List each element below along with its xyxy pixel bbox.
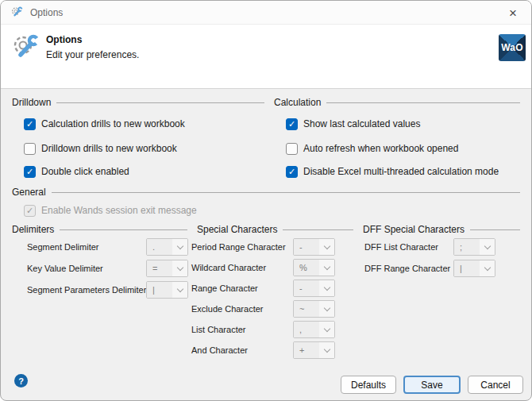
- field-row: Segment Parameters Delimiter |: [27, 281, 194, 299]
- field-row: Exclude Character ~: [191, 300, 338, 318]
- dff-range-character-select: |: [453, 260, 495, 277]
- segment-parameters-delimiter-select: |: [146, 281, 188, 299]
- gear-wrench-icon: [10, 6, 24, 19]
- combo-value: ~: [294, 301, 319, 317]
- chevron-down-icon: [319, 322, 334, 337]
- wildcard-character-select: %: [293, 259, 335, 276]
- divider: [56, 102, 264, 103]
- window-title: Options: [30, 7, 63, 18]
- checkbox[interactable]: [24, 118, 36, 130]
- special-characters-column: Period Range Character - Wildcard Charac…: [191, 238, 338, 362]
- checkbox-show-last-values: Show last calculated values: [286, 118, 420, 130]
- page-subtitle: Edit your preferences.: [46, 49, 139, 60]
- exclude-character-select: ~: [293, 300, 335, 318]
- dff-special-characters-column: DFF List Character ; DFF Range Character…: [364, 238, 498, 281]
- defaults-button[interactable]: Defaults: [341, 376, 396, 394]
- checkbox[interactable]: [286, 143, 298, 155]
- close-button[interactable]: ×: [495, 1, 531, 25]
- divider: [52, 192, 520, 193]
- checkbox-label: Calculation drills to new workbook: [41, 118, 185, 129]
- field-row: Period Range Character -: [191, 238, 338, 256]
- field-label: Exclude Character: [191, 304, 264, 314]
- checkbox-label: Double click enabled: [41, 166, 129, 177]
- group-label: Calculation: [274, 97, 321, 108]
- cancel-button[interactable]: Cancel: [468, 376, 523, 394]
- group-delimiters-header: Delimiters: [12, 224, 187, 235]
- checkbox-label: Drilldown drills to new workbook: [41, 143, 177, 154]
- divider: [326, 102, 520, 103]
- group-row-general: General: [12, 187, 520, 198]
- checkbox-disable-multithread: Disable Excel multi-threaded calculation…: [286, 165, 499, 178]
- checkbox-double-click: Double click enabled: [24, 165, 129, 178]
- help-button[interactable]: ?: [14, 374, 28, 388]
- divider: [60, 229, 187, 230]
- field-row: List Character ,: [191, 321, 338, 338]
- chevron-down-icon: [319, 260, 334, 276]
- question-mark-icon: ?: [18, 376, 24, 386]
- delimiters-column: Segment Delimiter . Key Value Delimiter …: [27, 238, 194, 303]
- checkbox[interactable]: [286, 118, 298, 130]
- field-row: DFF List Character ;: [364, 238, 498, 256]
- checkbox-label: Enable Wands session exit message: [41, 205, 197, 216]
- options-dialog: Options × Options Edit your preferences.…: [0, 0, 532, 401]
- field-label: Period Range Character: [191, 242, 286, 252]
- chevron-down-icon: [319, 280, 334, 296]
- checkbox[interactable]: [286, 166, 298, 178]
- field-label: DFF List Character: [364, 242, 438, 252]
- group-label: Special Characters: [197, 224, 277, 235]
- group-row-bottom: Delimiters Special Characters DFF Specia…: [12, 224, 520, 235]
- group-calculation-header: Calculation: [274, 97, 520, 108]
- combo-value: +: [294, 342, 319, 358]
- checkbox-label: Show last calculated values: [303, 118, 420, 129]
- combo-value: |: [454, 260, 480, 276]
- field-row: Key Value Delimiter =: [27, 260, 194, 277]
- dff-list-character-select: ;: [453, 238, 495, 256]
- close-icon: ×: [509, 6, 517, 20]
- list-character-select: ,: [293, 321, 335, 338]
- field-row: Range Character -: [191, 280, 338, 297]
- range-character-select: -: [293, 280, 335, 297]
- checkbox-label: Auto refresh when workbook opened: [303, 143, 458, 154]
- checkbox-session-exit-message: Enable Wands session exit message: [24, 204, 197, 217]
- divider: [283, 229, 353, 230]
- combo-value: ,: [294, 322, 319, 337]
- chevron-down-icon: [319, 239, 334, 255]
- field-row: Segment Delimiter .: [27, 238, 194, 256]
- checkbox-calculation-drills: Calculation drills to new workbook: [24, 118, 185, 130]
- wands-logo: WaO: [499, 34, 526, 61]
- group-label: DFF Special Characters: [363, 224, 465, 235]
- checkbox[interactable]: [24, 166, 36, 178]
- field-label: Range Character: [191, 283, 258, 293]
- and-character-select: +: [293, 341, 335, 359]
- divider: [470, 229, 520, 230]
- field-label: List Character: [191, 325, 245, 334]
- header: Options Edit your preferences. WaO: [1, 25, 531, 89]
- group-drilldown-header: Drilldown: [12, 97, 264, 108]
- checkbox: [24, 205, 36, 217]
- titlebar[interactable]: Options ×: [1, 1, 531, 25]
- checkbox-auto-refresh: Auto refresh when workbook opened: [286, 142, 458, 155]
- combo-value: .: [147, 239, 172, 255]
- chevron-down-icon: [172, 282, 187, 298]
- group-general-header: General: [12, 187, 520, 198]
- group-special-characters-header: Special Characters: [197, 224, 353, 235]
- chevron-down-icon: [319, 301, 334, 317]
- combo-value: -: [294, 280, 319, 296]
- field-row: And Character +: [191, 341, 338, 359]
- save-button[interactable]: Save: [403, 376, 461, 394]
- group-dff-special-characters-header: DFF Special Characters: [363, 224, 520, 235]
- combo-value: %: [294, 260, 319, 276]
- combo-value: =: [147, 260, 172, 276]
- checkbox[interactable]: [24, 143, 36, 155]
- page-title: Options: [46, 34, 82, 45]
- combo-value: -: [294, 239, 319, 255]
- field-label: Segment Delimiter: [27, 242, 98, 252]
- logo-text: WaO: [501, 42, 523, 53]
- chevron-down-icon: [319, 342, 334, 358]
- chevron-down-icon: [480, 260, 495, 276]
- segment-delimiter-select: .: [146, 238, 188, 256]
- group-label: Drilldown: [12, 97, 51, 108]
- period-range-character-select: -: [293, 238, 335, 256]
- field-label: Key Value Delimiter: [27, 264, 103, 273]
- chevron-down-icon: [172, 260, 187, 276]
